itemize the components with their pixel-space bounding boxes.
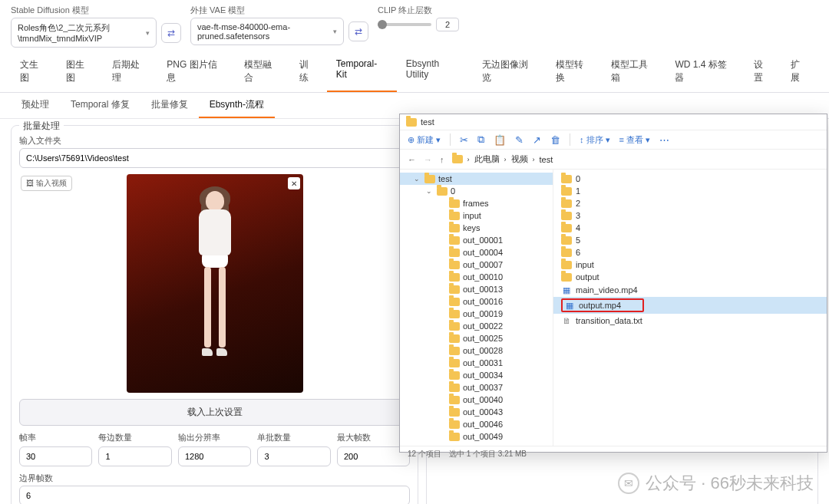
- tab-1[interactable]: 图生图: [57, 52, 103, 92]
- tab-8[interactable]: 无边图像浏览: [473, 52, 547, 92]
- clip-skip-slider[interactable]: [378, 23, 431, 26]
- tree-item[interactable]: input: [400, 209, 553, 222]
- tree-item[interactable]: out_00037: [400, 381, 553, 394]
- tree-item[interactable]: ⌄test: [400, 173, 553, 185]
- delete-icon[interactable]: 🗑: [550, 134, 560, 146]
- tab-2[interactable]: 后期处理: [103, 52, 158, 92]
- tree-item[interactable]: out_00040: [400, 394, 553, 406]
- list-item[interactable]: 4: [553, 222, 827, 234]
- tree-item[interactable]: out_00028: [400, 344, 553, 357]
- tab-0[interactable]: 文生图: [11, 52, 57, 92]
- paste-icon[interactable]: 📋: [494, 134, 506, 146]
- chevron-down-icon: ▾: [146, 29, 150, 37]
- sd-model-select[interactable]: Roles角色\2_二次元系列\tmndMix_tmndMixVIP▾: [11, 18, 157, 48]
- list-item[interactable]: 6: [553, 246, 827, 259]
- list-item[interactable]: 🗎transition_data.txt: [553, 314, 827, 328]
- subtab-1[interactable]: Temporal 修复: [60, 93, 140, 118]
- tree-item[interactable]: ⌄0: [400, 185, 553, 197]
- tab-5[interactable]: 训练: [290, 52, 327, 92]
- border-label: 边界帧数: [19, 473, 410, 484]
- preview-figure: [199, 191, 231, 356]
- vae-reload-button[interactable]: ⇄: [348, 21, 368, 41]
- tree-item[interactable]: out_00013: [400, 283, 553, 295]
- input-folder-label: 输入文件夹: [19, 135, 410, 147]
- breadcrumb[interactable]: ›此电脑 ›视频 ›test: [452, 153, 553, 165]
- tab-6[interactable]: Temporal-Kit: [327, 52, 397, 92]
- list-item[interactable]: input: [553, 259, 827, 271]
- input-folder-field[interactable]: [19, 148, 410, 168]
- cut-icon[interactable]: ✂: [460, 134, 468, 146]
- list-item[interactable]: 1: [553, 185, 827, 197]
- border-field[interactable]: [19, 486, 410, 504]
- perside-field[interactable]: [98, 446, 171, 466]
- view-button[interactable]: ≡ 查看 ▾: [619, 134, 650, 146]
- explorer-toolbar: ⊕ 新建 ▾ ✂ ⧉ 📋 ✎ ↗ 🗑 ↕ 排序 ▾ ≡ 查看 ▾ ⋯: [400, 130, 827, 150]
- fps-label: 帧率: [19, 432, 92, 443]
- list-item[interactable]: output: [553, 271, 827, 283]
- vae-model-select[interactable]: vae-ft-mse-840000-ema-pruned.safetensors…: [190, 18, 344, 45]
- tree-item[interactable]: out_00004: [400, 246, 553, 259]
- subtab-3[interactable]: Ebsynth-流程: [199, 93, 275, 118]
- tree-item[interactable]: out_00049: [400, 430, 553, 443]
- copy-icon[interactable]: ⧉: [477, 133, 484, 146]
- tab-4[interactable]: 模型融合: [235, 52, 290, 92]
- tree-item[interactable]: frames: [400, 197, 553, 209]
- list-item[interactable]: ▦main_video.mp4: [553, 283, 827, 297]
- nav-back-icon[interactable]: ←: [408, 155, 416, 164]
- tab-7[interactable]: Ebsynth Utility: [397, 52, 474, 92]
- tab-3[interactable]: PNG 图片信息: [157, 52, 235, 92]
- more-icon[interactable]: ⋯: [659, 134, 669, 146]
- preview-close-button[interactable]: ✕: [288, 177, 300, 189]
- vae-model-label: 外挂 VAE 模型: [190, 5, 368, 16]
- list-item[interactable]: ▦output.mp4: [553, 297, 827, 314]
- list-item[interactable]: 3: [553, 209, 827, 222]
- load-last-settings-button[interactable]: 载入上次设置: [19, 399, 410, 426]
- tree-item[interactable]: out_00046: [400, 418, 553, 430]
- share-icon[interactable]: ↗: [533, 134, 541, 146]
- tree-item[interactable]: out_00022: [400, 320, 553, 332]
- sort-button[interactable]: ↕ 排序 ▾: [580, 134, 610, 146]
- outres-field[interactable]: [178, 446, 251, 466]
- batch-field[interactable]: [257, 446, 330, 466]
- sd-model-label: Stable Diffusion 模型: [11, 5, 181, 16]
- list-item[interactable]: 5: [553, 234, 827, 246]
- tab-11[interactable]: WD 1.4 标签器: [666, 52, 745, 92]
- tab-13[interactable]: 扩展: [781, 52, 818, 92]
- tree-item[interactable]: out_00016: [400, 295, 553, 308]
- explorer-list: 0123456inputoutput▦main_video.mp4▦output…: [553, 170, 827, 446]
- tree-item[interactable]: out_00007: [400, 259, 553, 271]
- folder-icon: [406, 118, 417, 127]
- explorer-tree: ⌄test⌄0framesinputkeysout_00001out_00004…: [400, 170, 553, 446]
- list-item[interactable]: 2: [553, 197, 827, 209]
- tree-item[interactable]: out_00025: [400, 332, 553, 344]
- rename-icon[interactable]: ✎: [515, 134, 523, 146]
- list-item[interactable]: 0: [553, 173, 827, 185]
- nav-up-icon[interactable]: ↑: [440, 155, 444, 164]
- tree-item[interactable]: out_00010: [400, 271, 553, 283]
- file-explorer-window: test ⊕ 新建 ▾ ✂ ⧉ 📋 ✎ ↗ 🗑 ↕ 排序 ▾ ≡ 查看 ▾ ⋯ …: [399, 114, 827, 453]
- tab-9[interactable]: 模型转换: [547, 52, 602, 92]
- preview-image[interactable]: ✕: [127, 174, 303, 393]
- tab-12[interactable]: 设置: [745, 52, 781, 92]
- batch-label: 单批数量: [257, 432, 330, 443]
- tree-item[interactable]: out_00043: [400, 406, 553, 418]
- sd-reload-button[interactable]: ⇄: [161, 23, 181, 43]
- clip-skip-label: CLIP 终止层数: [378, 5, 459, 16]
- tree-item[interactable]: out_00031: [400, 357, 553, 369]
- tree-item[interactable]: keys: [400, 222, 553, 234]
- fps-field[interactable]: [19, 446, 92, 466]
- outres-label: 输出分辨率: [178, 432, 251, 443]
- new-button[interactable]: ⊕ 新建 ▾: [408, 134, 441, 146]
- top-bar: Stable Diffusion 模型 Roles角色\2_二次元系列\tmnd…: [0, 0, 829, 49]
- tree-item[interactable]: out_00034: [400, 369, 553, 381]
- tab-10[interactable]: 模型工具箱: [602, 52, 666, 92]
- wechat-icon: ✉: [618, 473, 639, 494]
- tree-item[interactable]: out_00001: [400, 234, 553, 246]
- watermark: ✉ 公众号 · 66秒未来科技: [618, 472, 814, 495]
- tree-item[interactable]: out_00019: [400, 308, 553, 320]
- subtab-0[interactable]: 预处理: [11, 93, 60, 118]
- clip-skip-value[interactable]: 2: [436, 18, 459, 31]
- explorer-titlebar: test: [400, 114, 827, 130]
- nav-forward-icon[interactable]: →: [424, 155, 432, 164]
- subtab-2[interactable]: 批量修复: [140, 93, 199, 118]
